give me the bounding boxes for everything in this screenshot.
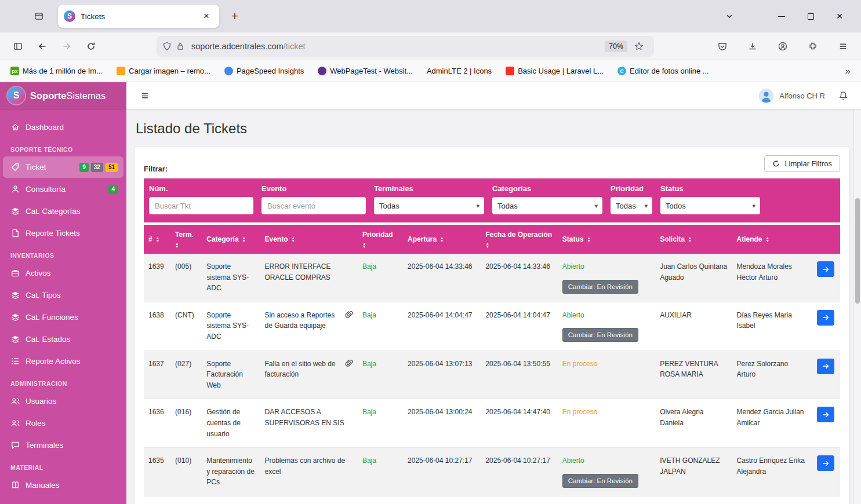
bookmark-item-pagespeed-insights[interactable]: PageSpeed Insights bbox=[224, 67, 304, 75]
categories-select[interactable]: Todas bbox=[492, 197, 602, 214]
notifications-bell-icon[interactable] bbox=[838, 91, 848, 101]
ticket-opened-date: 2025-06-04 13:07:13 bbox=[403, 350, 481, 399]
column-header-term[interactable]: Term.▲▼ bbox=[170, 225, 202, 254]
change-status-button[interactable]: Cambiar: En Revisión bbox=[562, 328, 638, 342]
categories-select-input[interactable]: Todas bbox=[492, 197, 602, 214]
change-status-button[interactable]: Cambiar: En Revisión bbox=[562, 474, 638, 488]
reload-button[interactable] bbox=[81, 36, 101, 56]
change-status-button[interactable]: Cambiar: En Revisión bbox=[562, 280, 638, 294]
sidebar-item-dashboard[interactable]: Dashboard bbox=[3, 116, 123, 138]
pocket-button[interactable] bbox=[713, 36, 732, 56]
bookmark-item-mas-de-1-millon-de-im[interactable]: pxMás de 1 millón de Im... bbox=[10, 67, 103, 75]
sidebar-item-reporte-tickets[interactable]: Reporte Tickets bbox=[3, 222, 123, 244]
lock-icon[interactable] bbox=[176, 42, 184, 50]
sidebar-item-cat-funciones[interactable]: Cat. Funciones bbox=[3, 306, 123, 328]
user-avatar[interactable] bbox=[758, 88, 774, 104]
app-menu-button[interactable]: ≡ bbox=[833, 36, 853, 56]
terminals-select-input[interactable]: Todas bbox=[374, 197, 484, 214]
browser-window: S Tickets × + × soporte.adcentrales.com/… bbox=[0, 0, 861, 504]
sidebar-item-usuarios[interactable]: Usuarios bbox=[3, 390, 123, 412]
bookmark-item-adminlte-2-icons[interactable]: AdminLTE 2 | Icons bbox=[427, 67, 492, 75]
open-ticket-button[interactable] bbox=[817, 407, 834, 422]
arrow-right-icon bbox=[822, 459, 830, 468]
brand[interactable]: S SoporteSistemas bbox=[0, 82, 126, 109]
sidebar-item-terminales[interactable]: Terminales bbox=[3, 434, 123, 456]
ticket-number-input[interactable] bbox=[149, 197, 253, 214]
downloads-button[interactable] bbox=[743, 36, 762, 56]
column-header-atiende[interactable]: Atiende▲▼ bbox=[732, 225, 812, 254]
list-all-tabs-button[interactable] bbox=[720, 6, 739, 26]
ticket-id: 1636 bbox=[144, 399, 170, 448]
ticket-category: Soporte sistema SYS-ADC bbox=[202, 302, 260, 350]
bookmark-item-basic-usage-laravel-l[interactable]: Basic Usage | Laravel L... bbox=[506, 67, 604, 75]
open-ticket-button[interactable] bbox=[817, 359, 834, 374]
open-ticket-button[interactable] bbox=[817, 261, 834, 277]
back-button[interactable] bbox=[32, 36, 52, 56]
event-search-input[interactable] bbox=[261, 197, 366, 214]
tab-close-button[interactable]: × bbox=[199, 9, 213, 23]
sidebar-item-manuales[interactable]: Manuales bbox=[3, 474, 123, 496]
column-header-prioridad[interactable]: Prioridad▲▼ bbox=[358, 225, 403, 254]
column-header-status[interactable]: Status▲▼ bbox=[558, 225, 655, 254]
window-close-button[interactable]: × bbox=[825, 0, 854, 32]
layers-icon bbox=[11, 207, 20, 216]
more-bookmarks-chevron[interactable]: » bbox=[845, 65, 851, 77]
bookmark-item-editor-de-fotos-online[interactable]: CEditor de fotos online ... bbox=[617, 67, 709, 75]
sort-icon: ▲▼ bbox=[156, 236, 159, 243]
bookmark-item-cargar-imagen-remo[interactable]: Cargar imagen – remo... bbox=[117, 67, 210, 75]
scrollbar-thumb[interactable] bbox=[855, 198, 860, 304]
sidebar-item-consultoria[interactable]: Consultoría4 bbox=[3, 178, 123, 200]
extensions-button[interactable] bbox=[803, 36, 823, 56]
account-button[interactable] bbox=[773, 36, 793, 56]
column-header-evento[interactable]: Evento▲▼ bbox=[260, 225, 357, 254]
firefox-view-button[interactable] bbox=[29, 6, 49, 26]
clear-filters-button[interactable]: Limpiar Filtros bbox=[764, 155, 840, 172]
sort-icon: ▲▼ bbox=[242, 236, 246, 243]
new-tab-button[interactable]: + bbox=[225, 6, 245, 26]
ticket-event: Sin acceso a Reportes de Guarda equipaje bbox=[260, 302, 357, 350]
column-header-solicita[interactable]: Solicita▲▼ bbox=[655, 225, 732, 254]
sidebar-item-cat-estados[interactable]: Cat. Estados bbox=[3, 328, 123, 350]
status-select-input[interactable]: Todos bbox=[660, 197, 760, 214]
forward-button[interactable] bbox=[57, 36, 77, 56]
status-select[interactable]: Todos bbox=[660, 197, 760, 214]
layers-icon bbox=[11, 335, 20, 344]
bookmark-star-icon[interactable] bbox=[634, 42, 644, 51]
tracking-shield-icon[interactable] bbox=[162, 42, 172, 51]
sidebar-item-ticket[interactable]: Ticket93251 bbox=[3, 156, 123, 178]
open-ticket-button[interactable] bbox=[817, 310, 834, 326]
image-icon bbox=[117, 67, 125, 75]
brand-name-bold: Soporte bbox=[30, 90, 66, 101]
sidebar-toggle-icon bbox=[13, 42, 23, 51]
sidebar-toggle-button[interactable] bbox=[8, 36, 28, 56]
sidebar-item-cat-categorias[interactable]: Cat. Categorías bbox=[3, 200, 123, 222]
photo-editor-icon: C bbox=[617, 67, 626, 75]
minimize-button[interactable] bbox=[767, 0, 796, 32]
open-ticket-button[interactable] bbox=[817, 455, 834, 471]
ticket-actions bbox=[812, 399, 840, 448]
sidebar-collapse-button[interactable]: ≡ bbox=[141, 89, 148, 103]
column-header-categoria[interactable]: Categoría▲▼ bbox=[202, 225, 260, 254]
zoom-level-badge[interactable]: 70% bbox=[605, 41, 627, 52]
ticket-operation-date: 2025-06-04 14:33:46 bbox=[481, 254, 557, 302]
user-name[interactable]: Alfonso CH R bbox=[779, 92, 825, 100]
page-scrollbar[interactable] bbox=[853, 82, 861, 504]
terminals-select[interactable]: Todas bbox=[374, 197, 484, 214]
maximize-button[interactable] bbox=[796, 0, 825, 32]
url-bar[interactable]: soporte.adcentrales.com/ticket 70% bbox=[157, 36, 654, 57]
column-header-apertura[interactable]: Apertura▲▼ bbox=[403, 225, 481, 254]
sidebar-item-label: Reporte Tickets bbox=[26, 229, 80, 238]
sidebar-item-cat-tipos[interactable]: Cat. Tipos bbox=[3, 284, 123, 306]
page-content: Listado de Tickets Filtrar: Limpiar Filt… bbox=[126, 109, 861, 504]
browser-tab[interactable]: S Tickets × bbox=[58, 5, 219, 28]
home-icon bbox=[11, 123, 20, 132]
column-header-fecha-de-operacion[interactable]: Fecha de Operación▲▼ bbox=[481, 225, 557, 254]
filter-label: Filtrar: bbox=[144, 165, 168, 173]
priority-select-input[interactable]: Todas bbox=[611, 197, 652, 214]
bookmark-item-webpagetest-websit[interactable]: WebPageTest - Websit... bbox=[318, 67, 413, 75]
sidebar-item-activos[interactable]: Activos bbox=[3, 262, 123, 284]
priority-select[interactable]: Todas bbox=[611, 197, 652, 214]
sidebar-item-reporte-activos[interactable]: Reporte Activos bbox=[3, 350, 123, 372]
sidebar-item-roles[interactable]: Roles bbox=[3, 412, 123, 434]
column-header-id[interactable]: #▲▼ bbox=[144, 225, 170, 254]
